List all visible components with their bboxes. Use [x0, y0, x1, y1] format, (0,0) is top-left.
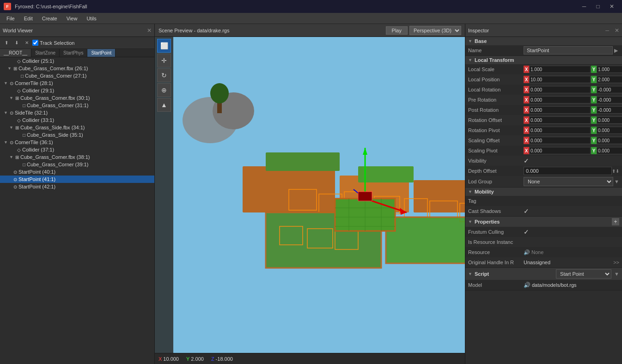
rotate-tool[interactable]: ↻: [157, 68, 171, 82]
tab-root[interactable]: __ROOT__: [0, 49, 31, 57]
scl-off-y[interactable]: [597, 137, 622, 144]
local-pos-x[interactable]: [529, 76, 591, 83]
world-viewer-close[interactable]: ✕: [147, 27, 152, 34]
properties-add-icon[interactable]: +: [612, 218, 619, 225]
frustum-check[interactable]: ✓: [524, 228, 529, 236]
rot-piv-x[interactable]: [529, 127, 591, 134]
script-arrow[interactable]: ▼: [614, 271, 619, 277]
minimize-button[interactable]: ─: [578, 2, 591, 11]
name-label: Name: [468, 48, 524, 53]
tree-item-collider37[interactable]: ◇ Collider (37:1): [0, 146, 154, 153]
script-section-header[interactable]: ▼ Script Start Point ▼: [465, 268, 622, 280]
rot-off-x[interactable]: [529, 116, 591, 124]
properties-header[interactable]: ▼ Properties +: [465, 217, 622, 227]
original-handle-value: Unassigned: [524, 260, 613, 265]
select-tool[interactable]: ⬜: [157, 39, 171, 53]
local-rotation-label: Local Rotation: [468, 87, 524, 92]
local-scale-y[interactable]: [597, 66, 622, 73]
tree-item-collider25[interactable]: ◇ Collider (25:1): [0, 57, 154, 65]
frustum-culling-label: Frustum Culling: [468, 229, 524, 235]
name-arrow[interactable]: ▶: [613, 48, 619, 54]
scene-3d-view[interactable]: [173, 37, 465, 353]
local-pos-y[interactable]: [597, 76, 622, 83]
move-tool[interactable]: ✛: [157, 54, 171, 67]
post-rot-y[interactable]: [597, 106, 622, 114]
tree-item-sidetile32[interactable]: ▼ ⊙ SideTile (32:1): [0, 109, 154, 116]
inspector-minimize[interactable]: ─: [605, 28, 609, 33]
scale-tool[interactable]: ⊕: [157, 83, 171, 97]
track-selection-checkbox[interactable]: [32, 40, 38, 46]
rotation-pivot-xyz: X Y Z: [524, 127, 622, 134]
tree-item-cornertile28[interactable]: ▼ ⊙ CornerTile (28:1): [0, 79, 154, 87]
rotation-offset-row: Rotation Offset X Y Z: [465, 115, 622, 125]
menu-utils[interactable]: Utils: [82, 15, 101, 22]
toolbar-btn-2[interactable]: ⬇: [12, 38, 21, 48]
lod-group-arrow[interactable]: ▼: [614, 179, 619, 184]
play-button[interactable]: Play: [386, 26, 408, 35]
scl-piv-y[interactable]: [597, 147, 622, 154]
depth-offset-label: Depth Offset: [468, 168, 524, 174]
svg-rect-49: [358, 192, 372, 201]
local-transform-header[interactable]: ▼ Local Transform: [465, 56, 622, 64]
inspector-header: Inspector ─ ✕: [465, 24, 622, 37]
menu-edit[interactable]: Edit: [19, 15, 37, 22]
menu-create[interactable]: Create: [37, 15, 62, 22]
original-handle-arrow[interactable]: >>: [613, 260, 619, 265]
tab-startpoint[interactable]: StartPoint: [87, 49, 116, 57]
lod-group-select[interactable]: None: [524, 177, 613, 186]
scl-off-x[interactable]: [529, 137, 591, 144]
tree-item-startpoint41[interactable]: ⊙ StartPoint (41:1): [0, 176, 154, 183]
svg-rect-28: [386, 217, 465, 263]
tree-item-collider29[interactable]: ◇ Collider (29:1): [0, 87, 154, 94]
local-position-row: Local Position X Y Z: [465, 74, 622, 85]
rot-off-y[interactable]: [597, 116, 622, 124]
scene-canvas[interactable]: ⬜ ✛ ↻ ⊕ ▲: [155, 37, 465, 353]
menu-view[interactable]: View: [62, 15, 82, 22]
post-rot-x[interactable]: [529, 106, 591, 114]
tree-item-cornertile36[interactable]: ▼ ⊙ CornerTile (36:1): [0, 139, 154, 146]
visibility-check[interactable]: ✓: [524, 157, 529, 164]
tab-startphys[interactable]: StartPhys: [60, 49, 87, 57]
tab-startzone[interactable]: StartZone: [31, 49, 60, 57]
menu-file[interactable]: File: [2, 15, 19, 22]
tree-item-cube26[interactable]: ▼ ⊞ Cube_Grass_Corner.fbx (26:1): [0, 65, 154, 72]
scene-tree[interactable]: ◇ Collider (25:1) ▼ ⊞ Cube_Grass_Corner.…: [0, 57, 154, 364]
mobility-header[interactable]: ▼ Mobility: [465, 188, 622, 196]
local-scale-x[interactable]: [529, 66, 591, 73]
tree-item-cube34[interactable]: ▼ ⊞ Cube_Grass_Side.fbx (34:1): [0, 124, 154, 131]
toolbar-btn-1[interactable]: ⬆: [2, 38, 11, 48]
tree-item-cube39[interactable]: □ Cube_Grass_Corner (39:1): [0, 161, 154, 168]
maximize-button[interactable]: □: [592, 2, 604, 11]
depth-offset-input[interactable]: [524, 167, 612, 175]
local-rot-y[interactable]: [597, 86, 622, 93]
tree-item-startpoint42[interactable]: ⊙ StartPoint (42:1): [0, 183, 154, 190]
coord-y: Y 2.000: [186, 356, 204, 362]
name-field[interactable]: StartPoint: [524, 46, 613, 55]
track-selection-toggle[interactable]: Track Selection: [32, 40, 74, 46]
local-rot-x[interactable]: [529, 86, 591, 93]
rotation-offset-xyz: X Y Z: [524, 116, 622, 124]
model-audio-icon: 🔊: [524, 282, 531, 288]
tree-item-collider33[interactable]: ◇ Collider (33:1): [0, 116, 154, 124]
terrain-tool[interactable]: ▲: [157, 98, 171, 112]
base-section-header[interactable]: ▼ Base: [465, 37, 622, 45]
tree-item-cube30[interactable]: ▼ ⊞ Cube_Grass_Corner.fbx (30:1): [0, 94, 154, 102]
cast-shadows-check[interactable]: ✓: [524, 207, 529, 215]
scl-piv-x[interactable]: [529, 147, 591, 154]
perspective-select[interactable]: Perspective (3D) Top Front Left: [409, 26, 461, 35]
resource-value: None: [531, 249, 543, 255]
base-section-title: Base: [475, 38, 487, 44]
pre-rot-x[interactable]: [529, 96, 591, 103]
toolbar-btn-3[interactable]: ✕: [22, 38, 31, 48]
pre-rot-y[interactable]: [597, 96, 622, 103]
tree-item-cube38[interactable]: ▼ ⊞ Cube_Grass_Corner.fbx (38:1): [0, 153, 154, 161]
tree-item-startpoint40[interactable]: ⊙ StartPoint (40:1): [0, 168, 154, 176]
mobility-title: Mobility: [475, 189, 494, 194]
inspector-close[interactable]: ✕: [615, 27, 619, 34]
close-button[interactable]: ✕: [605, 2, 618, 11]
tree-item-cube31[interactable]: □ Cube_Grass_Corner (31:1): [0, 102, 154, 109]
script-select[interactable]: Start Point: [556, 269, 611, 279]
rot-piv-y[interactable]: [597, 127, 622, 134]
tree-item-cube35[interactable]: □ Cube_Grass_Side (35:1): [0, 131, 154, 139]
tree-item-cube27[interactable]: □ Cube_Grass_Corner (27:1): [0, 72, 154, 79]
